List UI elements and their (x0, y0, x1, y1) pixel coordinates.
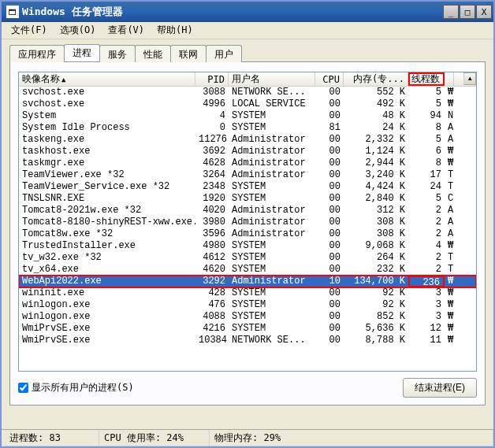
cell-user: Administrator (229, 228, 315, 240)
process-row[interactable]: tv_x64.exe4620SYSTEM00232 K2T (19, 264, 476, 276)
cell-extra: N (445, 110, 454, 122)
cell-name: WmiPrvSE.exe (19, 323, 195, 335)
col-image-name[interactable]: 映像名称 ▲ (19, 72, 195, 86)
process-row[interactable]: svchost.exe3088NETWORK SE...00552 K5₩ (19, 87, 476, 98)
cell-extra: T (445, 264, 454, 276)
menu-help[interactable]: 帮助(H) (151, 22, 199, 39)
cell-user: SYSTEM (229, 240, 315, 252)
cell-pid: 10384 (195, 335, 229, 346)
cell-cpu: 10 (315, 276, 344, 287)
process-row[interactable]: tv_w32.exe *324612SYSTEM00264 K2T (19, 252, 476, 264)
cell-mem: 9,068 K (344, 240, 408, 252)
col-pid[interactable]: PID (195, 72, 229, 86)
menu-options[interactable]: 选项(O) (54, 22, 102, 39)
process-row[interactable]: winlogon.exe476SYSTEM0092 K3₩ (19, 299, 476, 311)
titlebar[interactable]: 🗔 Windows 任务管理器 _ □ X (2, 2, 493, 22)
col-memory[interactable]: 内存(专... (344, 72, 408, 86)
cell-mem: 492 K (344, 98, 408, 110)
menu-file[interactable]: 文件(F) (5, 22, 54, 39)
cell-name: System Idle Process (19, 122, 195, 134)
cell-extra: ₩ (445, 335, 454, 346)
process-row[interactable]: TrustedInstaller.exe4980SYSTEM009,068 K4… (19, 240, 476, 252)
cell-mem: 134,700 K (344, 276, 408, 287)
show-all-users-input[interactable] (18, 383, 28, 393)
maximize-button[interactable]: □ (460, 5, 475, 19)
process-row[interactable]: TeamViewer_Service.exe *322348SYSTEM004,… (19, 181, 476, 193)
cell-user: SYSTEM (229, 323, 315, 335)
cell-threads: 12 (408, 323, 445, 335)
cell-pid: 1920 (195, 193, 229, 205)
cell-threads: 3 (408, 311, 445, 323)
process-row[interactable]: WmiPrvSE.exe10384NETWORK SE...008,788 K1… (19, 335, 476, 346)
process-row[interactable]: Tomcat8w.exe *323596Administrator00308 K… (19, 228, 476, 240)
cell-user: SYSTEM (229, 122, 315, 134)
close-button[interactable]: X (476, 5, 492, 19)
col-threads[interactable]: 线程数 (408, 72, 445, 86)
col-cpu[interactable]: CPU (315, 72, 344, 86)
cell-mem: 264 K (344, 252, 408, 264)
panel-bottom: 显示所有用户的进程(S) 结束进程(E) (18, 378, 477, 397)
scroll-up-icon[interactable]: ▴ (463, 72, 476, 85)
cell-pid: 3980 (195, 217, 229, 228)
cell-pid: 11276 (195, 134, 229, 146)
cell-pid: 3264 (195, 169, 229, 181)
tab-applications[interactable]: 应用程序 (9, 45, 65, 62)
process-row[interactable]: taskeng.exe11276Administrator002,332 K5A (19, 134, 476, 146)
col-extra[interactable] (445, 72, 454, 86)
cell-user: SYSTEM (229, 110, 315, 122)
cell-pid: 4980 (195, 240, 229, 252)
cell-extra: A (445, 217, 454, 228)
cell-cpu: 00 (315, 335, 344, 346)
cell-mem: 2,840 K (344, 193, 408, 205)
tab-networking[interactable]: 联网 (170, 45, 207, 62)
cell-extra: A (445, 122, 454, 134)
tab-performance[interactable]: 性能 (135, 45, 171, 62)
process-row[interactable]: winlogon.exe4088SYSTEM00852 K3₩ (19, 311, 476, 323)
cell-threads: 5 (408, 134, 445, 146)
cell-extra: ₩ (445, 146, 454, 157)
process-row[interactable]: Tomcat8-2021w.exe *324020Administrator00… (19, 205, 476, 217)
cell-extra: ₩ (445, 276, 454, 287)
cell-name: taskeng.exe (19, 134, 195, 146)
process-row[interactable]: taskhost.exe3692Administrator001,124 K6₩ (19, 146, 476, 157)
cell-extra: A (445, 228, 454, 240)
cell-user: SYSTEM (229, 252, 315, 264)
tab-services[interactable]: 服务 (99, 45, 136, 62)
show-all-users-checkbox[interactable]: 显示所有用户的进程(S) (18, 381, 134, 394)
process-listview[interactable]: 映像名称 ▲ PID 用户名 CPU 内存(专... 线程数 ▴ svchost… (18, 72, 477, 372)
tab-processes[interactable]: 进程 (64, 44, 100, 61)
col-username[interactable]: 用户名 (229, 72, 315, 86)
cell-threads: 6 (408, 146, 445, 157)
cell-threads: 236 (408, 276, 445, 287)
column-headers: 映像名称 ▲ PID 用户名 CPU 内存(专... 线程数 ▴ (19, 72, 476, 87)
cell-threads: 2 (408, 252, 445, 264)
process-row[interactable]: TeamViewer.exe *323264Administrator003,2… (19, 169, 476, 181)
cell-cpu: 00 (315, 157, 344, 169)
menu-view[interactable]: 查看(V) (102, 22, 151, 39)
menubar: 文件(F) 选项(O) 查看(V) 帮助(H) (2, 22, 493, 39)
process-row[interactable]: System4SYSTEM0048 K94N (19, 110, 476, 122)
cell-mem: 48 K (344, 110, 408, 122)
process-row[interactable]: wininit.exe428SYSTEM0092 K3₩ (19, 287, 476, 299)
cell-pid: 4 (195, 110, 229, 122)
cell-mem: 24 K (344, 122, 408, 134)
cell-user: NETWORK SE... (229, 87, 315, 98)
cell-cpu: 00 (315, 287, 344, 299)
sort-asc-icon: ▲ (61, 76, 65, 83)
process-row[interactable]: Tomcat8-8180-shinyREST-xww.exe...3980Adm… (19, 217, 476, 228)
cell-threads: 8 (408, 122, 445, 134)
end-process-button[interactable]: 结束进程(E) (403, 378, 477, 398)
process-row[interactable]: taskmgr.exe4628Administrator002,944 K8₩ (19, 157, 476, 169)
process-row[interactable]: TNSLSNR.EXE1920SYSTEM002,840 K5C (19, 193, 476, 205)
minimize-button[interactable]: _ (443, 5, 459, 19)
cell-name: svchost.exe (19, 87, 195, 98)
process-row[interactable]: svchost.exe4996LOCAL SERVICE00492 K5₩ (19, 98, 476, 110)
cell-pid: 3692 (195, 146, 229, 157)
process-row[interactable]: WebApi2022.exe3292Administrator10134,700… (19, 276, 476, 287)
process-row[interactable]: System Idle Process0SYSTEM8124 K8A (19, 122, 476, 134)
cell-user: Administrator (229, 276, 315, 287)
process-row[interactable]: WmiPrvSE.exe4216SYSTEM005,636 K12₩ (19, 323, 476, 335)
cell-mem: 3,240 K (344, 169, 408, 181)
cell-user: Administrator (229, 134, 315, 146)
tab-users[interactable]: 用户 (206, 45, 242, 62)
